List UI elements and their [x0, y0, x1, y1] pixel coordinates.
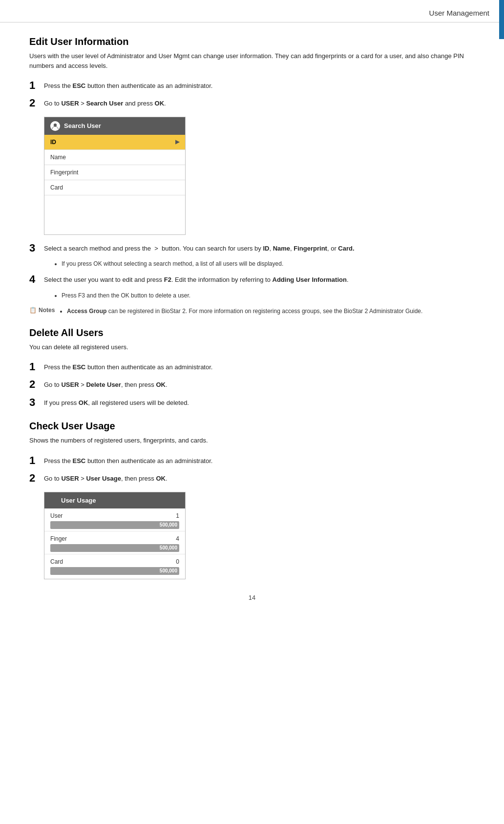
delete-all-section: Delete All Users You can delete all regi… — [29, 327, 475, 409]
usage-step-num-2: 2 — [29, 472, 44, 485]
check-usage-title: Check User Usage — [29, 421, 475, 432]
user-usage-header: User Usage — [44, 492, 185, 508]
usage-label-user: User — [50, 512, 63, 519]
delete-step-text-3: If you press OK, all registered users wi… — [44, 396, 189, 408]
usage-row-user: User 1 500,000 — [44, 508, 185, 531]
search-row-name-label: Name — [50, 154, 66, 161]
notes-label-text: Notes — [39, 307, 55, 314]
delete-step-text-1: Press the ESC button then authenticate a… — [44, 360, 212, 372]
search-user-header: Search User — [44, 117, 185, 135]
search-row-card-label: Card — [50, 184, 63, 191]
usage-step-num-1: 1 — [29, 454, 44, 467]
check-usage-section: Check User Usage Shows the numbers of re… — [29, 421, 475, 579]
step-text-4: Select the user you want to edit and pre… — [44, 273, 349, 285]
usage-bar-finger: 500,000 — [50, 544, 179, 552]
usage-count-user: 1 — [176, 512, 179, 519]
usage-count-finger: 4 — [176, 535, 179, 542]
step3-bullet1: If you press OK without selecting a sear… — [62, 259, 475, 268]
edit-step-2: 2 Go to USER > Search User and press OK. — [29, 97, 475, 109]
edit-step-3: 3 Select a search method and press the >… — [29, 242, 475, 254]
svg-point-0 — [54, 124, 57, 127]
step3-bullets: If you press OK without selecting a sear… — [54, 259, 475, 268]
notes-content: Access Group can be registered in BioSta… — [59, 307, 422, 316]
step-text-1: Press the ESC button then authenticate a… — [44, 79, 212, 91]
notes-icon: 📋 — [29, 307, 37, 314]
delete-all-title: Delete All Users — [29, 327, 475, 338]
usage-row-finger: Finger 4 500,000 — [44, 531, 185, 554]
edit-user-title: Edit User Information — [29, 36, 475, 47]
edit-step-4: 4 Select the user you want to edit and p… — [29, 273, 475, 286]
notes-section: 📋 Notes Access Group can be registered i… — [29, 307, 475, 316]
blue-tab — [499, 0, 504, 39]
usage-count-card: 0 — [176, 558, 179, 565]
edit-user-desc: Users with the user level of Administrat… — [29, 51, 475, 70]
step-number-4: 4 — [29, 273, 44, 286]
search-user-header-label: Search User — [64, 122, 101, 129]
usage-bar-card: 500,000 — [50, 567, 179, 575]
search-row-card: Card — [44, 180, 185, 195]
user-usage-mockup: User Usage User 1 500,000 Finger 4 — [44, 492, 186, 579]
edit-step-1: 1 Press the ESC button then authenticate… — [29, 79, 475, 92]
usage-bar-user: 500,000 — [50, 521, 179, 529]
usage-row-card-header: Card 0 — [50, 558, 179, 565]
search-row-fingerprint: Fingerprint — [44, 165, 185, 180]
usage-step-1: 1 Press the ESC button then authenticate… — [29, 454, 475, 467]
step-number-1: 1 — [29, 79, 44, 92]
usage-label-finger: Finger — [50, 535, 67, 542]
usage-row-finger-header: Finger 4 — [50, 535, 179, 542]
user-usage-header-label: User Usage — [61, 497, 96, 504]
edit-user-section: Edit User Information Users with the use… — [29, 36, 475, 316]
delete-step-num-2: 2 — [29, 378, 44, 391]
delete-step-num-3: 3 — [29, 396, 44, 409]
delete-step-3: 3 If you press OK, all registered users … — [29, 396, 475, 409]
content-area: Edit User Information Users with the use… — [0, 36, 504, 631]
step-number-2: 2 — [29, 97, 44, 109]
notes-item-1: Access Group can be registered in BioSta… — [67, 307, 422, 316]
usage-bar-card-text: 500,000 — [160, 568, 177, 573]
usage-step-2: 2 Go to USER > User Usage, then press OK… — [29, 472, 475, 485]
search-row-name: Name — [44, 150, 185, 165]
page-header-title: User Management — [429, 9, 489, 17]
delete-all-desc: You can delete all registered users. — [29, 342, 475, 352]
usage-row-user-header: User 1 — [50, 512, 179, 519]
step-text-3: Select a search method and press the > b… — [44, 242, 355, 254]
search-user-mockup: Search User ID ▶ Name Fingerprint Card — [44, 117, 186, 235]
search-row-id-label: ID — [50, 139, 56, 146]
search-row-id: ID ▶ — [44, 135, 185, 150]
step4-bullet1: Press F3 and then the OK button to delet… — [62, 291, 475, 300]
usage-label-card: Card — [50, 558, 63, 565]
step-text-2: Go to USER > Search User and press OK. — [44, 97, 166, 108]
svg-point-1 — [52, 497, 55, 500]
delete-step-2: 2 Go to USER > Delete User, then press O… — [29, 378, 475, 391]
usage-bar-user-text: 500,000 — [160, 522, 177, 528]
user-usage-icon — [50, 496, 57, 505]
check-usage-desc: Shows the numbers of registered users, f… — [29, 436, 475, 445]
usage-step-text-1: Press the ESC button then authenticate a… — [44, 454, 212, 466]
delete-step-text-2: Go to USER > Delete User, then press OK. — [44, 378, 168, 390]
step4-bullets: Press F3 and then the OK button to delet… — [54, 291, 475, 300]
delete-step-num-1: 1 — [29, 360, 44, 373]
page-header: User Management — [0, 0, 504, 22]
usage-row-card: Card 0 500,000 — [44, 554, 185, 579]
search-mockup-empty — [44, 195, 185, 234]
usage-step-text-2: Go to USER > User Usage, then press OK. — [44, 472, 168, 484]
usage-bar-finger-text: 500,000 — [160, 545, 177, 550]
search-row-fingerprint-label: Fingerprint — [50, 169, 78, 176]
page-number: 14 — [29, 594, 475, 611]
step-number-3: 3 — [29, 242, 44, 254]
delete-step-1: 1 Press the ESC button then authenticate… — [29, 360, 475, 373]
search-user-icon — [50, 121, 60, 131]
notes-label: 📋 Notes — [29, 307, 56, 314]
search-row-arrow: ▶ — [175, 139, 179, 145]
